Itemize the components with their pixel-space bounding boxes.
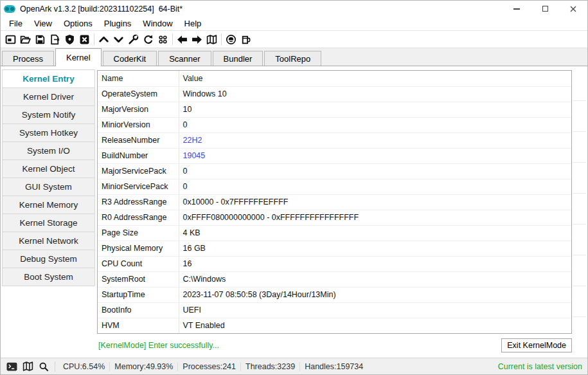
kernel-mode-message: [KernelMode] Enter successfully...: [97, 341, 219, 350]
search-icon[interactable]: [36, 361, 51, 372]
sidebar-item[interactable]: GUI System: [2, 178, 95, 196]
sidebar-item[interactable]: Kernel Storage: [2, 214, 95, 232]
table-row[interactable]: SystemRoot C:\Windows: [98, 271, 571, 287]
property-value: 22H2: [179, 133, 571, 148]
title-bar: OpenArk v1.3.2 [build:202311102254] 64-B…: [1, 1, 587, 17]
open-folder-icon[interactable]: [18, 32, 33, 47]
table-row[interactable]: OperateSystem Windows 10: [98, 86, 571, 102]
table-row[interactable]: BuildNumber 19045: [98, 148, 571, 163]
status-separator: [55, 361, 55, 372]
property-value: 16: [179, 256, 571, 271]
status-stat: CPU:6.54%: [58, 362, 110, 371]
menu-item[interactable]: Plugins: [98, 17, 138, 30]
table-row[interactable]: MiniorServicePack 0: [98, 179, 571, 194]
table-row[interactable]: StartupTime 2023-11-07 08:50:58 (3Day/14…: [98, 287, 571, 302]
property-value: 0xFFFF080000000000 - 0xFFFFFFFFFFFFFFFF: [179, 210, 571, 225]
close-icon: [569, 5, 578, 14]
refresh-icon[interactable]: [141, 32, 156, 47]
grid-dots-icon[interactable]: [156, 32, 170, 47]
minimize-button[interactable]: [503, 1, 531, 17]
status-stat: Processes:241: [178, 362, 241, 371]
tab[interactable]: ToolRepo: [264, 51, 321, 66]
table-row[interactable]: R0 AddressRange 0xFFFF080000000000 - 0xF…: [98, 210, 571, 225]
sidebar-item[interactable]: Kernel Network: [2, 232, 95, 250]
table-right-gutter: [573, 70, 586, 334]
tab[interactable]: Scanner: [158, 51, 211, 66]
sidebar-item[interactable]: Kernel Memory: [2, 196, 95, 214]
property-name: BuildNumber: [98, 148, 179, 163]
shield-icon[interactable]: [62, 32, 77, 47]
globe-icon[interactable]: [224, 32, 238, 47]
property-name: StartupTime: [98, 287, 179, 302]
property-value: 0: [179, 179, 571, 194]
console-icon[interactable]: [4, 362, 20, 371]
table-row[interactable]: BootInfo UEFI: [98, 302, 571, 318]
tab[interactable]: Bundler: [213, 51, 263, 66]
property-name: MiniorServicePack: [98, 179, 179, 194]
mug-icon[interactable]: [238, 32, 253, 47]
property-name: R3 AddressRange: [98, 194, 179, 210]
toolbar-separator: [172, 33, 173, 45]
property-value: VT Enabled: [179, 318, 571, 333]
kernel-sidebar: Kernel Entry Kernel Driver System Notify…: [1, 66, 96, 358]
kernel-panel: Kernel Entry Kernel Driver System Notify…: [1, 66, 587, 358]
property-value: 0x10000 - 0x7FFFFFFEFFFF: [179, 194, 571, 210]
column-header-name[interactable]: Name: [98, 71, 179, 86]
table-row[interactable]: Physical Memory 16 GB: [98, 241, 571, 256]
table-row[interactable]: MiniorVersion 0: [98, 117, 571, 133]
property-name: MajorVersion: [98, 102, 179, 117]
menu-item[interactable]: Window: [137, 17, 178, 30]
menu-bar: File View Options Plugins Window Help: [1, 17, 587, 31]
sidebar-item[interactable]: System I/O: [2, 142, 95, 160]
sidebar-item[interactable]: Kernel Entry: [2, 69, 95, 88]
close-x-icon[interactable]: [77, 32, 92, 47]
chevron-down-icon[interactable]: [111, 32, 126, 47]
wrench-icon[interactable]: [126, 32, 141, 47]
sidebar-item[interactable]: Kernel Driver: [2, 87, 95, 106]
tab[interactable]: Process: [2, 51, 54, 66]
kernel-mode-bar: [KernelMode] Enter successfully... Exit …: [97, 334, 572, 357]
table-header-row: Name Value: [98, 71, 571, 86]
sidebar-item[interactable]: System Notify: [2, 105, 95, 124]
property-name: R0 AddressRange: [98, 210, 179, 225]
menu-item[interactable]: File: [3, 17, 28, 30]
app-window-icon[interactable]: [3, 32, 18, 47]
property-value: Windows 10: [179, 86, 571, 102]
table-row[interactable]: ReleaseNumber 22H2: [98, 133, 571, 148]
tab[interactable]: CoderKit: [103, 51, 157, 66]
sidebar-item[interactable]: System Hotkey: [2, 123, 95, 142]
table-row[interactable]: MajorServicePack 0: [98, 163, 571, 179]
chevron-up-icon[interactable]: [96, 32, 111, 47]
menu-item[interactable]: Options: [58, 17, 98, 30]
tab[interactable]: Kernel: [55, 48, 102, 66]
exit-kernelmode-button[interactable]: Exit KernelMode: [501, 338, 572, 352]
menu-item[interactable]: Help: [179, 17, 208, 30]
maximize-button[interactable]: [531, 1, 559, 17]
sidebar-item[interactable]: Boot System: [2, 268, 95, 286]
table-row[interactable]: HVM VT Enabled: [98, 318, 571, 333]
arrow-right-icon[interactable]: [190, 32, 204, 47]
maximize-icon: [542, 6, 548, 12]
map-icon[interactable]: [20, 361, 36, 372]
column-header-value[interactable]: Value: [179, 71, 571, 86]
property-value: 4 KB: [179, 225, 571, 241]
property-name: SystemRoot: [98, 271, 179, 287]
sidebar-item[interactable]: Kernel Object: [2, 160, 95, 178]
table-row[interactable]: Page Size 4 KB: [98, 225, 571, 241]
table-row[interactable]: R3 AddressRange 0x10000 - 0x7FFFFFFEFFFF: [98, 194, 571, 210]
minimize-icon: [513, 8, 520, 10]
openark-window: OpenArk v1.3.2 [build:202311102254] 64-B…: [0, 0, 588, 375]
arrow-left-icon[interactable]: [175, 32, 190, 47]
property-value: C:\Windows: [179, 271, 571, 287]
toolbar-separator: [221, 33, 222, 45]
close-button[interactable]: [559, 1, 587, 17]
property-value: 16 GB: [179, 241, 571, 256]
map-icon[interactable]: [204, 32, 219, 47]
sidebar-item[interactable]: Debug System: [2, 250, 95, 268]
menu-item[interactable]: View: [28, 17, 58, 30]
property-value: UEFI: [179, 302, 571, 318]
table-row[interactable]: CPU Count 16: [98, 256, 571, 271]
save-icon[interactable]: [33, 32, 48, 47]
table-row[interactable]: MajorVersion 10: [98, 102, 571, 117]
export-file-icon[interactable]: [48, 32, 62, 47]
